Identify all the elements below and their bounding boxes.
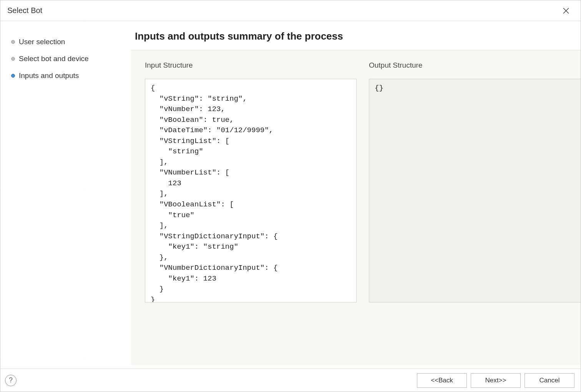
back-button[interactable]: <<Back [417,373,467,388]
help-button[interactable]: ? [5,375,17,386]
input-structure-column: Input Structure { "vString": "string", "… [145,61,357,365]
input-structure-label: Input Structure [145,61,357,70]
output-structure-box[interactable]: {} [369,79,581,302]
step-bullet-icon [11,57,15,61]
page-heading: Inputs and outputs summary of the proces… [135,30,581,50]
step-bullet-icon [11,74,15,78]
wizard-step-label: Inputs and outputs [19,71,79,80]
wizard-step-select-bot-and-device[interactable]: Select bot and device [11,50,124,67]
input-structure-box[interactable]: { "vString": "string", "vNumber": 123, "… [145,79,357,302]
dialog-footer: ? <<Back Next>> Cancel [0,369,581,392]
columns: Input Structure { "vString": "string", "… [145,61,581,365]
wizard-sidebar: User selection Select bot and device Inp… [0,21,131,369]
help-icon: ? [9,376,13,384]
output-structure-column: Output Structure {} [369,61,581,365]
wizard-step-label: Select bot and device [19,55,89,63]
main-content: Inputs and outputs summary of the proces… [131,21,581,369]
close-button[interactable] [558,3,574,18]
output-structure-label: Output Structure [369,61,581,70]
wizard-steps-list: User selection Select bot and device Inp… [11,33,124,84]
dialog-body: User selection Select bot and device Inp… [0,21,581,369]
wizard-step-inputs-and-outputs[interactable]: Inputs and outputs [11,67,124,84]
footer-buttons: <<Back Next>> Cancel [417,373,574,388]
content-panel: Input Structure { "vString": "string", "… [131,50,581,365]
wizard-step-label: User selection [19,38,65,46]
step-bullet-icon [11,40,15,44]
titlebar: Select Bot [0,0,581,21]
window-title: Select Bot [7,6,42,15]
wizard-step-user-selection[interactable]: User selection [11,33,124,50]
dialog-window: Select Bot User selection Select bot and… [0,0,581,392]
cancel-button[interactable]: Cancel [525,373,574,388]
close-icon [563,8,569,14]
next-button[interactable]: Next>> [471,373,521,388]
